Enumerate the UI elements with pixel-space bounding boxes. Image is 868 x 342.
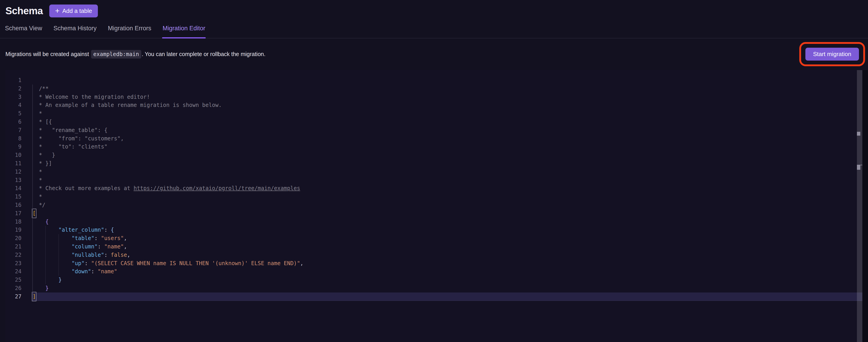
tab-bar: Schema View Schema History Migration Err… <box>0 22 868 38</box>
plus-icon: + <box>55 7 60 14</box>
code-line[interactable]: ] <box>32 292 862 301</box>
tab-schema-history[interactable]: Schema History <box>53 25 97 38</box>
annotation-highlight-ring: Start migration <box>799 42 865 66</box>
code-line[interactable]: "column": "name", <box>32 243 862 251</box>
code-line[interactable]: */ <box>32 201 862 209</box>
database-branch-chip: exampledb:main <box>91 50 141 59</box>
code-line[interactable]: "nullable": false, <box>32 251 862 259</box>
migration-info-row: Migrations will be created against examp… <box>0 42 868 66</box>
code-line[interactable]: * <box>32 110 862 118</box>
code-line[interactable]: * } <box>32 151 862 159</box>
scrollbar-marker <box>857 132 860 136</box>
code-line[interactable]: "up": "(SELECT CASE WHEN name IS NULL TH… <box>32 259 862 268</box>
code-line[interactable]: * "to": "clients" <box>32 143 862 151</box>
code-line[interactable]: "alter_column": { <box>32 226 862 234</box>
code-line[interactable]: * }] <box>32 159 862 168</box>
editor-scrollbar[interactable] <box>857 70 862 342</box>
migration-info-text: Migrations will be created against examp… <box>5 51 266 57</box>
indent-guide <box>45 226 46 284</box>
indent-guide <box>59 234 59 276</box>
code-line[interactable]: "down": "name" <box>32 268 862 276</box>
code-line[interactable]: * Welcome to the migration editor! <box>32 93 862 101</box>
code-line[interactable]: * [{ <box>32 118 862 126</box>
code-line[interactable]: [ <box>32 209 862 218</box>
code-line[interactable]: } <box>32 276 862 284</box>
code-line[interactable]: * An example of a table rename migration… <box>32 101 862 110</box>
code-line[interactable]: * Check out more examples at https://git… <box>32 184 862 193</box>
code-link[interactable]: https://github.com/xataio/pgroll/tree/ma… <box>133 185 300 191</box>
code-lines[interactable]: /** * Welcome to the migration editor! *… <box>5 76 862 301</box>
editor-right-margin <box>862 70 868 342</box>
code-line[interactable]: * "rename_table": { <box>32 126 862 134</box>
code-line[interactable]: /** <box>32 85 862 93</box>
info-suffix: . You can later complete or rollback the… <box>142 51 266 57</box>
code-line[interactable]: { <box>32 218 862 226</box>
page-header: Schema + Add a table <box>0 0 868 20</box>
code-line[interactable]: } <box>32 284 862 292</box>
code-line[interactable]: * <box>32 176 862 184</box>
code-line[interactable]: "table": "users", <box>32 234 862 243</box>
add-table-label: Add a table <box>62 7 92 14</box>
tab-migration-editor[interactable]: Migration Editor <box>162 25 206 38</box>
code-line[interactable]: * <box>32 193 862 201</box>
editor-code-area[interactable]: /** * Welcome to the migration editor! *… <box>5 76 862 342</box>
add-table-button[interactable]: + Add a table <box>49 4 98 18</box>
start-migration-button[interactable]: Start migration <box>805 48 859 61</box>
code-line[interactable] <box>32 76 862 85</box>
matched-bracket: [ <box>32 209 36 218</box>
tab-schema-view[interactable]: Schema View <box>4 25 43 38</box>
info-prefix: Migrations will be created against <box>5 51 89 57</box>
migration-code-editor[interactable]: 1234567891011121314151617181920212223242… <box>5 70 862 342</box>
page-title: Schema <box>5 5 43 17</box>
code-line[interactable]: * "from": "customers", <box>32 134 862 143</box>
scrollbar-marker <box>857 165 860 170</box>
matched-bracket: ] <box>32 292 36 301</box>
indent-guide <box>32 85 33 292</box>
code-line[interactable]: * <box>32 168 862 176</box>
tab-migration-errors[interactable]: Migration Errors <box>107 25 152 38</box>
